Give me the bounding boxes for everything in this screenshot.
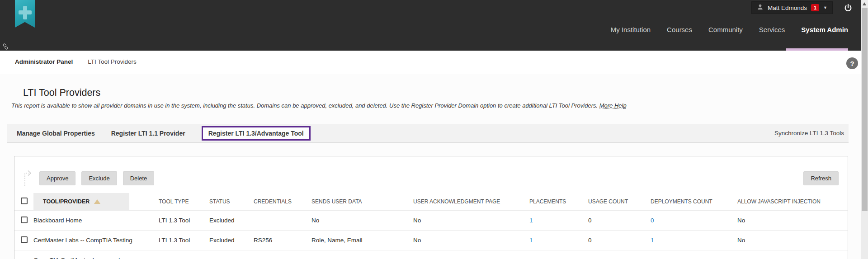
cell-allow-js: No — [737, 211, 848, 231]
column-header-allow-javascript-injection: ALLOW JAVASCRIPT INJECTION — [737, 193, 848, 211]
refresh-button[interactable]: Refresh — [803, 171, 839, 185]
table-row: CertMaster Labs -- CompTIA Testing LTI 1… — [14, 231, 848, 250]
action-bar-left: Manage Global Properties Register LTI 1.… — [7, 126, 311, 141]
cell-ack-page: No — [413, 211, 529, 231]
deployments-link[interactable]: 1 — [651, 237, 654, 244]
blackboard-admin-page: Matt Edmonds 1 ▼ My Institution Courses … — [0, 0, 868, 259]
cell-credentials — [254, 211, 311, 231]
vertical-scrollbar[interactable] — [861, 0, 868, 259]
tool-provider-header-label: TOOL/PROVIDER — [43, 198, 90, 205]
apply-to-selection-arrow-icon — [22, 168, 33, 188]
cell-status: Excluded — [209, 231, 254, 250]
synchronize-lti13-tools-button[interactable]: Synchronize LTI 1.3 Tools — [774, 130, 849, 137]
more-help-link[interactable]: More Help — [599, 102, 627, 109]
delete-button[interactable]: Delete — [123, 171, 155, 185]
blackboard-plus-logo[interactable] — [15, 0, 35, 28]
exclude-button[interactable]: Exclude — [81, 171, 117, 185]
column-header-tool-provider[interactable]: TOOL/PROVIDER — [33, 193, 129, 210]
cell-status: Approved — [209, 250, 254, 259]
cell-credentials: RS256 — [254, 250, 311, 259]
column-header-sends-user-data: SENDS USER DATA — [311, 193, 413, 211]
user-menu[interactable]: Matt Edmonds 1 ▼ — [751, 1, 833, 14]
nav-system-admin[interactable]: System Admin — [801, 26, 848, 33]
column-header-user-acknowledgment-page: USER ACKNOWLEDGMENT PAGE — [413, 193, 529, 211]
table-row: CompTIA CertMaster Learn and CertMaster … — [14, 250, 848, 259]
link-chain-icon — [2, 43, 9, 50]
cell-tool-type: LTI 1.3 Tool — [159, 250, 209, 259]
cell-sends-user-data: Role, Name, Email — [311, 231, 413, 250]
select-all-checkbox[interactable] — [21, 198, 28, 204]
cell-tool-provider: CertMaster Labs -- CompTIA Testing — [33, 231, 159, 250]
main-nav: My Institution Courses Community Service… — [611, 26, 848, 33]
nav-services[interactable]: Services — [759, 26, 785, 33]
column-header-deployments-count: DEPLOYMENTS COUNT — [651, 193, 737, 211]
row-checkbox[interactable] — [21, 236, 28, 243]
cell-ack-page: No — [413, 231, 529, 250]
page-body: LTI Tool Providers This report is availa… — [0, 74, 861, 259]
user-name: Matt Edmonds — [768, 5, 807, 11]
page-description: This report is available to show all pro… — [11, 102, 861, 109]
row-checkbox[interactable] — [21, 217, 28, 223]
sort-ascending-icon — [94, 199, 100, 204]
cell-tool-provider: Blackboard Home — [33, 211, 159, 231]
breadcrumb-administrator-panel[interactable]: Administrator Panel — [15, 58, 73, 65]
cell-ack-page: No — [413, 250, 529, 259]
column-header-status: STATUS — [209, 193, 254, 211]
scrollbar-thumb[interactable] — [862, 8, 868, 211]
chevron-down-icon: ▼ — [823, 5, 827, 10]
deployments-link[interactable]: 0 — [651, 217, 654, 224]
column-header-placements: PLACEMENTS — [529, 193, 588, 211]
providers-table-card: Approve Exclude Delete Refresh TO — [14, 156, 848, 259]
cell-allow-js: No — [737, 250, 848, 259]
help-button[interactable]: ? — [846, 57, 858, 69]
user-avatar-icon — [757, 4, 764, 12]
table-header-row: TOOL/PROVIDER TOOL TYPE STATUS CREDENTIA… — [14, 193, 848, 211]
column-header-credentials: CREDENTIALS — [254, 193, 311, 211]
cell-usage-count: 0 — [588, 211, 651, 231]
nav-my-institution[interactable]: My Institution — [611, 26, 651, 33]
top-header: Matt Edmonds 1 ▼ My Institution Courses … — [0, 0, 868, 51]
column-header-usage-count: USAGE COUNT — [588, 193, 651, 211]
providers-table: TOOL/PROVIDER TOOL TYPE STATUS CREDENTIA… — [14, 193, 848, 259]
nav-community[interactable]: Community — [708, 26, 743, 33]
nav-courses[interactable]: Courses — [667, 26, 692, 33]
breadcrumb-lti-tool-providers: LTI Tool Providers — [88, 58, 137, 65]
cell-tool-type: LTI 1.3 Tool — [159, 211, 209, 231]
question-mark-icon: ? — [850, 60, 854, 67]
breadcrumb: Administrator Panel LTI Tool Providers — [0, 51, 861, 73]
register-lti11-provider-button[interactable]: Register LTI 1.1 Provider — [111, 130, 185, 137]
placements-link[interactable]: 1 — [529, 237, 533, 244]
plus-icon — [19, 10, 32, 14]
cell-allow-js: No — [737, 231, 848, 250]
cell-sends-user-data: No — [311, 211, 413, 231]
cell-usage-count: 0 — [588, 231, 651, 250]
logout-power-button[interactable] — [842, 2, 854, 14]
column-header-tool-type: TOOL TYPE — [159, 193, 209, 211]
manage-global-properties-button[interactable]: Manage Global Properties — [17, 130, 95, 137]
power-icon — [843, 3, 853, 13]
approve-button[interactable]: Approve — [39, 171, 75, 185]
scrollbar-up-arrow-icon[interactable] — [863, 2, 866, 5]
register-lti13-advantage-tool-button[interactable]: Register LTI 1.3/Advantage Tool — [202, 126, 311, 141]
page-description-text: This report is available to show all pro… — [11, 102, 598, 109]
action-bar: Manage Global Properties Register LTI 1.… — [7, 124, 849, 143]
table-row: Blackboard Home LTI 1.3 Tool Excluded No… — [14, 211, 848, 231]
placements-link[interactable]: 1 — [529, 217, 533, 224]
table-toolbar: Approve Exclude Delete Refresh — [14, 156, 848, 191]
cell-tool-provider: CompTIA CertMaster Learn and CertMaster … — [33, 250, 159, 259]
cell-status: Excluded — [209, 211, 254, 231]
page-title: LTI Tool Providers — [23, 87, 861, 99]
cell-tool-type: LTI 1.3 Tool — [159, 231, 209, 250]
cell-sends-user-data: Role, Name, Email — [311, 250, 413, 259]
cell-credentials: RS256 — [254, 231, 311, 250]
notification-badge: 1 — [811, 4, 819, 11]
